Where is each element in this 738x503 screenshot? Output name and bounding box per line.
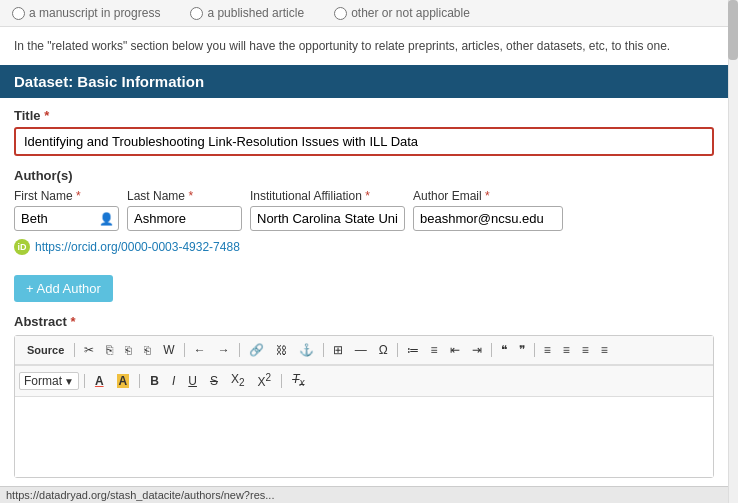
format-dropdown[interactable]: Format ▼ — [19, 372, 79, 390]
toolbar-separator-10 — [281, 374, 282, 388]
scrollbar-track[interactable] — [728, 0, 738, 503]
undo-button[interactable]: ← — [189, 340, 211, 360]
subscript-button[interactable]: X2 — [226, 369, 250, 392]
email-field: Author Email * — [413, 189, 563, 231]
radio-manuscript[interactable]: a manuscript in progress — [12, 6, 160, 20]
special-char-button[interactable]: Ω — [374, 340, 393, 360]
quote-icon: ❞ — [519, 343, 525, 357]
status-bar: https://datadryad.org/stash_datacite/aut… — [0, 486, 728, 503]
copy-icon: ⎘ — [106, 343, 113, 357]
scrollbar-thumb[interactable] — [728, 0, 738, 60]
authors-label: Author(s) — [14, 168, 714, 183]
source-button[interactable]: Source — [21, 341, 70, 360]
font-color-button[interactable]: A — [90, 371, 109, 391]
subscript-icon: X2 — [231, 372, 245, 386]
hline-button[interactable]: — — [350, 340, 372, 360]
undo-icon: ← — [194, 343, 206, 357]
increase-indent-button[interactable]: ⇥ — [467, 340, 487, 360]
justify-icon: ≡ — [601, 343, 608, 357]
unordered-list-icon: ≡ — [431, 343, 438, 357]
bold-button[interactable]: B — [145, 371, 164, 391]
toolbar-separator-8 — [84, 374, 85, 388]
justify-button[interactable]: ≡ — [596, 340, 613, 360]
unlink-icon: ⛓ — [276, 344, 287, 356]
editor-toolbar-row1: Source ✂ ⎘ ⎗ ⎗ W ← → 🔗 ⛓ ⚓ ⊞ — Ω — [15, 336, 713, 365]
paste-text-button[interactable]: ⎗ — [139, 340, 156, 360]
toolbar-separator-7 — [534, 343, 535, 357]
abstract-editor-area[interactable] — [15, 397, 713, 477]
toolbar-separator — [74, 343, 75, 357]
ordered-list-icon: ≔ — [407, 343, 419, 357]
radio-published[interactable]: a published article — [190, 6, 304, 20]
first-name-field: First Name * 👤 — [14, 189, 119, 231]
superscript-icon: X2 — [258, 375, 272, 389]
unlink-button[interactable]: ⛓ — [271, 340, 292, 360]
italic-icon: I — [172, 374, 175, 388]
underline-button[interactable]: U — [183, 371, 202, 391]
affiliation-field: Institutional Affiliation * — [250, 189, 405, 231]
add-author-button[interactable]: + Add Author — [14, 275, 113, 302]
copy-button[interactable]: ⎘ — [101, 340, 118, 360]
cut-button[interactable]: ✂ — [79, 340, 99, 360]
paste-text-icon: ⎗ — [144, 344, 151, 356]
last-name-label: Last Name * — [127, 189, 242, 203]
blockquote-button[interactable]: ❝ — [496, 340, 512, 360]
section-header: Dataset: Basic Information — [0, 65, 728, 98]
orcid-link[interactable]: iD https://orcid.org/0000-0003-4932-7488 — [14, 239, 714, 255]
align-center-icon: ≡ — [563, 343, 570, 357]
redo-button[interactable]: → — [213, 340, 235, 360]
quote-button[interactable]: ❞ — [514, 340, 530, 360]
italic-button[interactable]: I — [167, 371, 180, 391]
affiliation-label: Institutional Affiliation * — [250, 189, 405, 203]
increase-indent-icon: ⇥ — [472, 343, 482, 357]
bg-color-icon: A — [117, 374, 130, 388]
table-icon: ⊞ — [333, 343, 343, 357]
blockquote-icon: ❝ — [501, 343, 507, 357]
abstract-editor: Source ✂ ⎘ ⎗ ⎗ W ← → 🔗 ⛓ ⚓ ⊞ — Ω — [14, 335, 714, 478]
radio-other[interactable]: other or not applicable — [334, 6, 470, 20]
align-left-icon: ≡ — [544, 343, 551, 357]
remove-format-button[interactable]: Tx — [287, 369, 309, 392]
toolbar-separator-6 — [491, 343, 492, 357]
font-color-icon: A — [95, 374, 104, 388]
cut-icon: ✂ — [84, 343, 94, 357]
orcid-icon: iD — [14, 239, 30, 255]
toolbar-separator-3 — [239, 343, 240, 357]
toolbar-separator-2 — [184, 343, 185, 357]
dropdown-chevron-icon: ▼ — [64, 376, 74, 387]
superscript-button[interactable]: X2 — [253, 369, 277, 392]
affiliation-input[interactable] — [250, 206, 405, 231]
paste-button[interactable]: ⎗ — [120, 340, 137, 360]
bg-color-button[interactable]: A — [112, 371, 135, 391]
unordered-list-button[interactable]: ≡ — [426, 340, 443, 360]
remove-format-icon: Tx — [292, 372, 304, 386]
special-char-icon: Ω — [379, 343, 388, 357]
strikethrough-button[interactable]: S — [205, 371, 223, 391]
email-input[interactable] — [413, 206, 563, 231]
abstract-label: Abstract * — [14, 314, 714, 329]
anchor-icon: ⚓ — [299, 343, 314, 357]
decrease-indent-button[interactable]: ⇤ — [445, 340, 465, 360]
link-button[interactable]: 🔗 — [244, 340, 269, 360]
ordered-list-button[interactable]: ≔ — [402, 340, 424, 360]
align-right-button[interactable]: ≡ — [577, 340, 594, 360]
align-center-button[interactable]: ≡ — [558, 340, 575, 360]
anchor-button[interactable]: ⚓ — [294, 340, 319, 360]
toolbar-separator-4 — [323, 343, 324, 357]
title-input[interactable] — [14, 127, 714, 156]
strikethrough-icon: S — [210, 374, 218, 388]
first-name-label: First Name * — [14, 189, 119, 203]
paste-icon: ⎗ — [125, 344, 132, 356]
last-name-input[interactable] — [127, 206, 242, 231]
align-right-icon: ≡ — [582, 343, 589, 357]
author-row: First Name * 👤 Last Name * Inst — [14, 189, 714, 231]
paste-word-button[interactable]: W — [158, 340, 179, 360]
person-icon: 👤 — [99, 212, 114, 226]
align-left-button[interactable]: ≡ — [539, 340, 556, 360]
editor-toolbar-row2: Format ▼ A A B I U S X2 X2 Tx — [15, 365, 713, 396]
first-name-wrap: 👤 — [14, 206, 119, 231]
redo-icon: → — [218, 343, 230, 357]
hline-icon: — — [355, 343, 367, 357]
table-button[interactable]: ⊞ — [328, 340, 348, 360]
bold-icon: B — [150, 374, 159, 388]
